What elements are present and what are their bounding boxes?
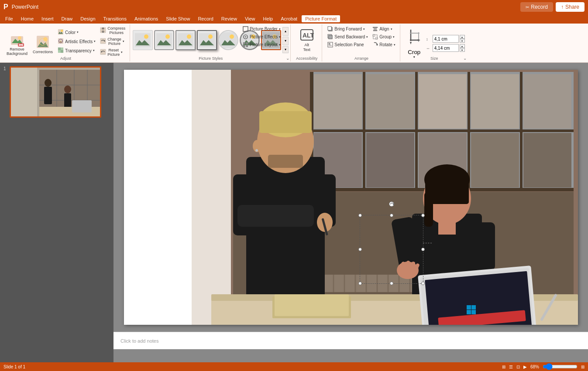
- corrections-button[interactable]: Corrections: [31, 34, 55, 56]
- picture-style-4[interactable]: [197, 30, 217, 50]
- menu-file[interactable]: File: [2, 15, 17, 22]
- compress-icon: [100, 27, 106, 34]
- menu-acrobat[interactable]: Acrobat: [277, 15, 301, 22]
- menu-pictureformat[interactable]: Picture Format: [302, 15, 340, 22]
- crop-label: Crop: [408, 49, 420, 55]
- svg-rect-42: [246, 42, 248, 44]
- picture-style-3[interactable]: [175, 30, 196, 50]
- notes-area[interactable]: Click to add notes: [113, 332, 588, 349]
- svg-rect-55: [373, 27, 378, 28]
- transparency-button[interactable]: Transparency ▾: [56, 46, 97, 55]
- picture-style-2[interactable]: [154, 30, 174, 50]
- svg-rect-122: [237, 205, 314, 227]
- size-group-label: Size: [401, 56, 468, 61]
- corrections-label: Corrections: [33, 50, 53, 54]
- svg-rect-104: [471, 133, 519, 187]
- slide-image[interactable]: [124, 70, 578, 325]
- slide-item-1[interactable]: 1: [3, 66, 110, 118]
- group-button[interactable]: Group ▾: [371, 33, 397, 41]
- view-reading[interactable]: ⊡: [516, 364, 520, 369]
- style-scroll-up[interactable]: ▴: [282, 27, 289, 36]
- picture-effects-button[interactable]: Picture Effects ▾: [241, 33, 282, 41]
- svg-rect-83: [72, 100, 92, 112]
- menu-draw[interactable]: Draw: [58, 15, 76, 22]
- zoom-fit[interactable]: ⊞: [581, 364, 585, 369]
- slide-canvas[interactable]: [124, 70, 578, 325]
- svg-text:ALT: ALT: [303, 32, 314, 39]
- artistic-effects-button[interactable]: Artistic Effects ▾: [56, 37, 97, 46]
- menu-transitions[interactable]: Transitions: [100, 15, 130, 22]
- send-backward-button[interactable]: Send Backward ▾: [326, 33, 370, 41]
- svg-rect-50: [329, 35, 332, 39]
- picture-style-5[interactable]: [218, 30, 238, 50]
- align-label: Align: [379, 27, 389, 31]
- menu-view[interactable]: View: [241, 15, 259, 22]
- style-scroll-down[interactable]: ▾: [282, 37, 289, 45]
- size-inputs: ↕ ▴ ▾ ↔ ▴ ▾: [426, 35, 465, 52]
- align-button[interactable]: Align ▾: [371, 25, 397, 33]
- width-input-row: ↔ ▴ ▾: [426, 44, 465, 52]
- zoom-level: 68%: [530, 364, 539, 369]
- svg-rect-156: [275, 294, 349, 316]
- svg-rect-54: [329, 45, 331, 45]
- menu-record[interactable]: Record: [194, 15, 217, 22]
- alt-text-button[interactable]: ALT AltText: [298, 27, 316, 54]
- transparency-icon: [58, 47, 64, 54]
- picture-layout-chevron: ▾: [279, 43, 281, 47]
- change-picture-button[interactable]: ChangePicture ▾: [98, 36, 127, 47]
- svg-rect-71: [11, 68, 37, 118]
- menu-insert[interactable]: Insert: [38, 15, 57, 22]
- height-input[interactable]: [433, 35, 459, 43]
- menu-design[interactable]: Design: [77, 15, 99, 22]
- selection-pane-button[interactable]: Selection Pane: [326, 41, 370, 48]
- bring-forward-button[interactable]: Bring Forward ▾: [326, 25, 370, 33]
- menu-home[interactable]: Home: [17, 15, 37, 22]
- remove-background-button[interactable]: RemoveBackground: [4, 31, 30, 58]
- svg-point-10: [61, 30, 63, 32]
- corrections-icon: [36, 35, 50, 49]
- width-input[interactable]: [433, 44, 459, 52]
- svg-point-1: [18, 36, 21, 40]
- file-name: PowerPoint: [12, 4, 38, 10]
- picture-style-1[interactable]: [133, 30, 153, 50]
- svg-rect-38: [243, 27, 248, 31]
- height-spin-down[interactable]: ▾: [460, 39, 465, 43]
- view-slideshow[interactable]: ▶: [523, 364, 527, 369]
- svg-rect-125: [259, 111, 312, 133]
- svg-rect-99: [471, 74, 519, 129]
- slide-thumbnail-1[interactable]: [10, 66, 101, 118]
- menu-animations[interactable]: Animations: [131, 15, 162, 22]
- color-button[interactable]: Color ▾: [56, 28, 97, 37]
- picture-border-chevron: ▾: [279, 27, 281, 31]
- menu-help[interactable]: Help: [260, 15, 277, 22]
- share-button[interactable]: ↑ Share: [556, 2, 585, 12]
- menu-bar: File Home Insert Draw Design Transitions…: [0, 14, 588, 24]
- view-outline[interactable]: ☰: [509, 364, 513, 369]
- rotate-button[interactable]: Rotate ▾: [371, 41, 397, 48]
- width-spin-down[interactable]: ▾: [460, 48, 465, 52]
- title-bar: P PowerPoint ✂ Record ↑ Share: [0, 0, 588, 14]
- canvas-area: Click to add notes: [113, 63, 588, 362]
- picture-border-button[interactable]: Picture Border ▾: [241, 25, 282, 33]
- remove-bg-label: RemoveBackground: [7, 48, 28, 56]
- menu-review[interactable]: Review: [218, 15, 241, 22]
- svg-rect-87: [192, 70, 231, 325]
- app-body: 1: [0, 63, 588, 362]
- picture-layout-button[interactable]: Picture Layout ▾: [241, 41, 282, 48]
- zoom-slider[interactable]: [543, 363, 578, 370]
- compress-pictures-button[interactable]: CompressPictures: [98, 25, 127, 36]
- accessibility-group-label: Accessibility: [292, 56, 322, 61]
- width-spin-up[interactable]: ▴: [460, 44, 465, 48]
- svg-rect-60: [373, 35, 377, 39]
- arrange-column1: Bring Forward ▾ Send Backward ▾ Selectio…: [326, 25, 370, 54]
- menu-slideshow[interactable]: Slide Show: [162, 15, 193, 22]
- svg-rect-133: [478, 222, 495, 270]
- reset-label: ResetPicture: [107, 48, 120, 57]
- height-spin-up[interactable]: ▴: [460, 35, 465, 39]
- accessibility-items: ALT AltText: [298, 25, 316, 61]
- style-expand[interactable]: ▾: [282, 46, 289, 53]
- record-button[interactable]: ✂ Record: [520, 2, 553, 12]
- view-normal[interactable]: ⊞: [502, 364, 505, 369]
- selection-pane-label: Selection Pane: [334, 42, 364, 47]
- artistic-label: Artistic Effects: [65, 39, 93, 44]
